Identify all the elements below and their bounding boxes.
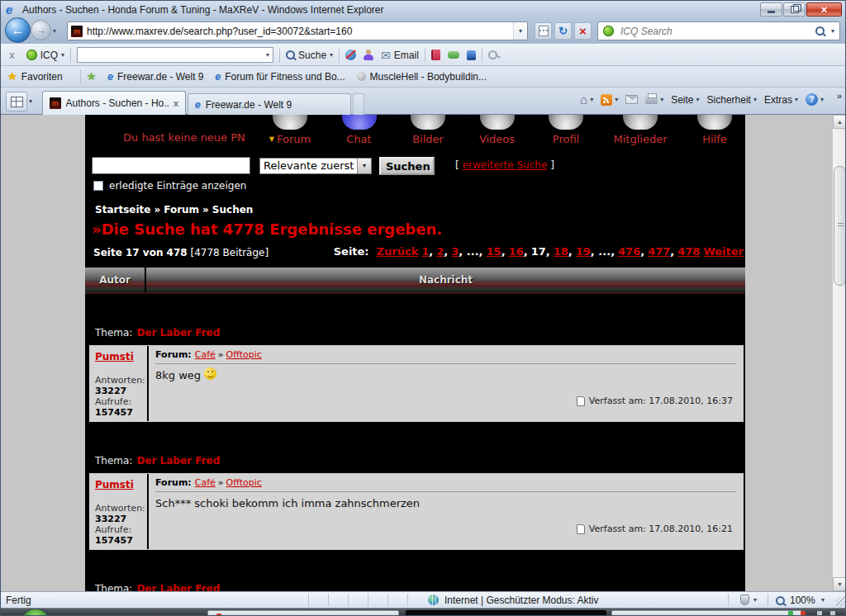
icq-games-button[interactable] [448,51,459,59]
scroll-up-button[interactable]: ▲ [833,115,846,129]
print-button[interactable]: ▾ [645,96,663,104]
nav-item-profil[interactable]: Profil [544,115,587,145]
search-icon[interactable] [815,26,825,36]
vertical-scrollbar[interactable]: ▲ ▼ [833,115,846,591]
address-dropdown-button[interactable]: ▾ [513,22,527,40]
forum-category-link[interactable]: Café [195,349,216,360]
pagination-prev-link[interactable]: Zurück [377,245,419,258]
tab-active[interactable]: m Authors - Suchen - Ho... x [42,91,186,115]
tray-icon[interactable] [788,611,793,616]
read-mail-button[interactable] [625,95,638,104]
address-bar[interactable]: m http://www.maxrev.de/search.php?user_i… [67,21,528,40]
browser-search-input[interactable] [619,25,815,38]
thema-link[interactable]: Der Laber Fred [136,455,220,467]
refresh-button[interactable]: ↻ [554,22,572,40]
chevron-down-icon[interactable]: ▾ [753,597,757,604]
tools-menu-button[interactable]: Extras ▾ [764,94,798,106]
author-link[interactable]: Pumsti [95,351,145,362]
thema-link[interactable]: Der Laber Fred [136,327,220,339]
breadcrumb-forum[interactable]: Forum [164,204,199,216]
restore-button[interactable] [783,2,806,17]
sort-select[interactable]: Relevante zuerst ▾ [259,158,372,174]
nav-item-hilfe[interactable]: Hilfe [693,115,736,145]
taskbar-button-active[interactable] [406,610,606,616]
command-overflow-icon[interactable]: » [837,91,842,101]
pagination-link[interactable]: 3 [451,245,459,258]
search-dropdown-icon[interactable]: ▾ [831,28,834,35]
erledigte-checkbox[interactable] [93,181,103,191]
start-orb[interactable] [21,609,50,616]
nav-item-forum[interactable]: ▼Forum [269,115,311,145]
icq-apps-button[interactable] [467,50,476,60]
nav-item-chat[interactable]: Chat [338,115,381,145]
history-dropdown-icon[interactable]: ▾ [53,28,56,35]
select-dropdown-button[interactable]: ▾ [357,159,371,173]
forward-button[interactable]: → [31,20,51,40]
nav-item-videos[interactable]: Videos [476,115,519,145]
icq-key-button[interactable] [488,50,497,59]
favorite-item[interactable]: e Forum für Fitness und Bo... [216,71,345,83]
minimize-button[interactable] [760,2,782,17]
taskbar-button[interactable] [207,610,399,616]
tray-icon[interactable] [830,611,835,616]
favorites-button[interactable]: ★ Favoriten [7,70,63,83]
forum-search-input[interactable] [92,157,250,174]
forum-subcategory-link[interactable]: Offtopic [226,477,262,488]
pagination-link[interactable]: 15 [487,245,501,258]
tab-inactive[interactable]: e Freewar.de - Welt 9 [188,93,351,115]
back-button[interactable]: ← [5,17,31,43]
icq-contacts-button[interactable] [364,50,373,60]
pagination-next-link[interactable]: Weiter [703,245,744,258]
scroll-down-button[interactable]: ▼ [833,577,846,591]
advanced-search-link[interactable]: erweiterte Suche [463,159,548,171]
forum-subcategory-link[interactable]: Offtopic [226,349,262,360]
breadcrumb-startseite[interactable]: Startseite [95,204,150,216]
icq-suche-button[interactable]: Suche ▾ [286,50,333,61]
pagination-link[interactable]: 476 [618,245,640,258]
pagination-link[interactable]: 2 [436,245,444,258]
favorite-item[interactable]: MuscleHell - Bodybuildin... [357,71,487,83]
toolbar-close-button[interactable]: x [9,50,15,61]
taskbar-button[interactable] [611,610,802,616]
pagination-link[interactable]: 477 [648,245,670,258]
help-button[interactable]: ? ▾ [806,93,824,106]
tray-icon[interactable] [801,611,806,616]
zoom-level[interactable]: 100% [790,595,815,606]
icq-offline-button[interactable] [345,50,356,60]
tab-list-dropdown-icon[interactable]: ▾ [29,98,32,105]
scrollbar-thumb[interactable] [834,166,846,286]
privacy-shield-icon[interactable] [740,595,749,605]
pagination-link[interactable]: 478 [677,245,700,258]
tab-close-icon[interactable]: x [173,98,178,108]
icq-directory-button[interactable] [431,50,440,60]
forum-category-link[interactable]: Café [195,477,216,488]
favorite-item[interactable]: e Freewar.de - Welt 9 [107,71,203,83]
stop-button[interactable]: × [574,22,592,40]
tray-icon[interactable] [817,611,822,616]
pagination-link[interactable]: 19 [576,245,591,258]
url-text[interactable]: http://www.maxrev.de/search.php?user_id=… [87,26,513,37]
quick-tabs-button[interactable] [6,92,27,111]
pagination-link[interactable]: 18 [554,245,568,258]
resize-grip[interactable] [836,597,846,607]
icq-email-button[interactable]: ✉ Email [381,50,419,61]
pagination-link[interactable]: 16 [509,245,524,258]
thema-link[interactable]: Der Laber Fred [136,583,220,591]
zoom-icon[interactable] [776,596,785,605]
author-link[interactable]: Pumsti [95,479,145,490]
home-button[interactable]: ⌂ ▾ [580,94,593,106]
pagination-link[interactable]: 1 [421,245,429,258]
new-tab-stub[interactable] [353,93,364,115]
suchen-button[interactable]: Suchen [379,157,435,175]
add-favorite-button[interactable]: ★ [87,70,97,83]
safety-menu-button[interactable]: Sicherheit ▾ [707,94,757,106]
icq-menu-button[interactable]: ICQ ▾ [26,50,64,61]
icq-search-combobox[interactable]: ▾ [77,47,273,63]
feeds-button[interactable]: ▾ [601,94,618,106]
page-menu-button[interactable]: Seite ▾ [671,94,699,106]
close-button[interactable]: × [806,2,842,17]
chevron-down-icon[interactable]: ▾ [821,597,825,604]
browser-search-box[interactable]: ▾ [597,21,840,40]
pn-notice[interactable]: Du hast keine neue PN [123,131,245,144]
nav-item-mitglieder[interactable]: Mitglieder [614,115,668,145]
